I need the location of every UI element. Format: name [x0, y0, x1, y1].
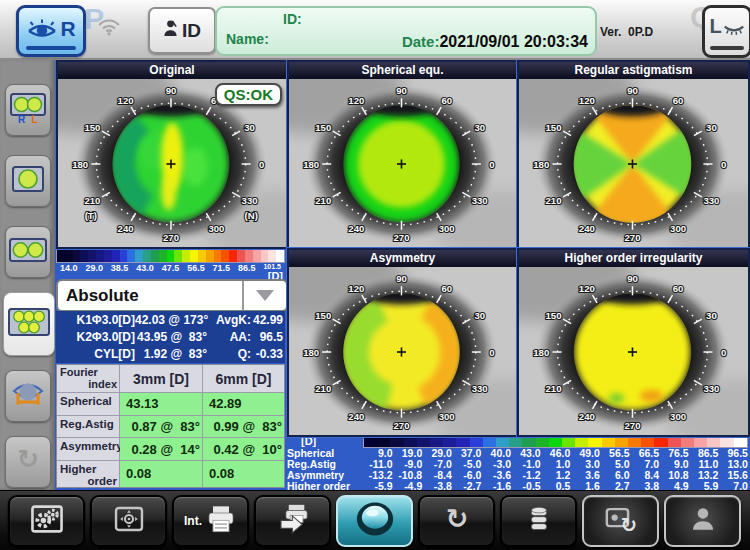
svg-text:↻: ↻: [445, 504, 468, 534]
svg-text:90: 90: [396, 85, 407, 96]
svg-text:330: 330: [703, 383, 719, 394]
svg-text:0: 0: [489, 347, 494, 358]
scale-tick-label: 43.0: [132, 263, 157, 273]
scale-segment: [112, 250, 120, 262]
patient-id-button[interactable]: ID: [148, 7, 216, 54]
sidebar-button-view-multi-map[interactable]: [3, 292, 55, 356]
svg-text:270: 270: [163, 232, 179, 243]
toolbar-button-database[interactable]: [500, 495, 577, 547]
k-value: 43.95 @ 83°: [135, 330, 207, 344]
scale-segment: [206, 250, 214, 262]
eyes-rl-icon: RL: [8, 92, 48, 128]
device-screen: OP QS R: [0, 0, 750, 550]
scale-segment: [549, 437, 562, 447]
toolbar-button-export-print[interactable]: [254, 495, 331, 547]
svg-text:(N): (N): [245, 210, 258, 221]
keratometry-row: K2Φ3.0[D]43.95 @ 83°AA:96.5: [56, 330, 285, 344]
sidebar-button-view-dual[interactable]: [5, 226, 51, 278]
scale-segment: [73, 250, 81, 262]
scale-segment: [276, 250, 284, 262]
scale-segment: [268, 250, 276, 262]
left-eye-button[interactable]: L: [702, 5, 750, 58]
k-value2: 42.99: [251, 313, 283, 327]
id-button-label: ID: [182, 20, 201, 42]
scale-segment: [509, 437, 522, 447]
sidebar-button-eye-measure[interactable]: [5, 370, 51, 422]
toolbar-button-retake[interactable]: ↻: [582, 495, 659, 547]
k-value: 42.03 @ 173°: [135, 313, 207, 327]
scale-segment: [694, 437, 707, 447]
scale-segment: [496, 437, 509, 447]
svg-text:60: 60: [673, 283, 684, 294]
map-panel-asymmetry[interactable]: Asymmetry 030609012015018021024027030033…: [287, 248, 518, 437]
scale-segment: [96, 250, 104, 262]
fourier-row: Spherical43.1342.89: [57, 393, 284, 415]
scale-segment: [245, 250, 253, 262]
bottom-toolbar: Int.↻↻: [0, 490, 750, 550]
camera-rotate-icon: ↻: [602, 502, 640, 540]
toolbar-button-alignment[interactable]: [90, 495, 167, 547]
chevron-down-icon: [256, 290, 274, 301]
scale-segment: [214, 250, 222, 262]
k-label2: AvgK:: [207, 313, 251, 327]
svg-text:300: 300: [208, 223, 224, 234]
keratometry-row: K1Φ3.0[D]42.03 @ 173°AvgK:42.99: [56, 313, 285, 327]
scale-tick-label: 86.5: [234, 263, 259, 273]
fourier-header-cell: 6mm [D]: [203, 365, 284, 392]
scale-segment: [641, 437, 654, 447]
toolbar-button-settings[interactable]: [8, 495, 85, 547]
svg-text:30: 30: [706, 310, 717, 321]
scale-segment: [707, 437, 720, 447]
svg-text:30: 30: [244, 122, 255, 133]
svg-text:210: 210: [546, 195, 562, 206]
toolbar-button-print-internal[interactable]: Int.: [172, 495, 249, 547]
scale-tick-label: 56.5: [183, 263, 208, 273]
fourier-row: Asymmetry0.28 @ 14°0.42 @ 10°: [57, 438, 284, 460]
svg-text:↻: ↻: [620, 514, 637, 536]
svg-text:(T): (T): [85, 210, 97, 221]
svg-text:150: 150: [546, 310, 562, 321]
map-panel-regular[interactable]: Regular astigmatism 03060901201501802102…: [517, 60, 750, 249]
scale-segment: [628, 437, 641, 447]
svg-text:0: 0: [721, 159, 726, 170]
scale-segment: [588, 437, 601, 447]
map-area: 14.029.038.543.047.556.571.586.5101.5 [D…: [55, 58, 750, 490]
sidebar-button-refresh-view[interactable]: ↻: [5, 436, 51, 488]
person-edit-icon: [163, 19, 178, 43]
svg-text:270: 270: [394, 232, 410, 243]
svg-text:330: 330: [472, 195, 488, 206]
scale-segment: [190, 250, 198, 262]
sidebar-button-view-dual-rl[interactable]: RL: [5, 84, 51, 136]
scale-segment: [536, 437, 549, 447]
scale-segment: [120, 250, 128, 262]
scale-segment: [174, 250, 182, 262]
svg-text:270: 270: [624, 420, 640, 431]
map-scale-mode-select[interactable]: Absolute: [56, 279, 288, 312]
right-eye-button[interactable]: R: [16, 5, 86, 57]
color-scale-top-bar: [56, 249, 285, 263]
map-title-higher: Higher order irregularity: [519, 250, 748, 267]
toolbar-button-user[interactable]: [664, 495, 741, 547]
scale-segment: [143, 250, 151, 262]
toolbar-button-refresh[interactable]: ↻: [418, 495, 495, 547]
svg-text:240: 240: [579, 223, 595, 234]
scale-segment: [456, 437, 469, 447]
fourier-row: Higherorder0.080.08: [57, 461, 284, 487]
scale-segment: [65, 250, 73, 262]
map-panel-spherical[interactable]: Spherical equ. 0306090120150180210240270…: [287, 60, 518, 249]
svg-text:330: 330: [472, 383, 488, 394]
scale-segment: [261, 250, 269, 262]
svg-text:30: 30: [706, 122, 717, 133]
toolbar-button-capture[interactable]: [336, 495, 413, 547]
sidebar-button-view-single[interactable]: [5, 155, 51, 207]
svg-text:210: 210: [315, 383, 331, 394]
scale-segment: [57, 250, 65, 262]
k-label: K2Φ3.0[D]: [56, 330, 135, 344]
map-panel-original[interactable]: Original 0306090120150180210240270300330…: [56, 60, 288, 249]
map-image-regular: 0306090120150180210240270300330: [519, 79, 748, 247]
fourier-value-cell: 0.99 @ 83°: [203, 416, 284, 438]
dropdown-arrow-button[interactable]: [242, 281, 286, 310]
svg-text:180: 180: [303, 347, 319, 358]
scale-segment: [127, 250, 135, 262]
map-panel-higher[interactable]: Higher order irregularity 03060901201501…: [517, 248, 750, 437]
